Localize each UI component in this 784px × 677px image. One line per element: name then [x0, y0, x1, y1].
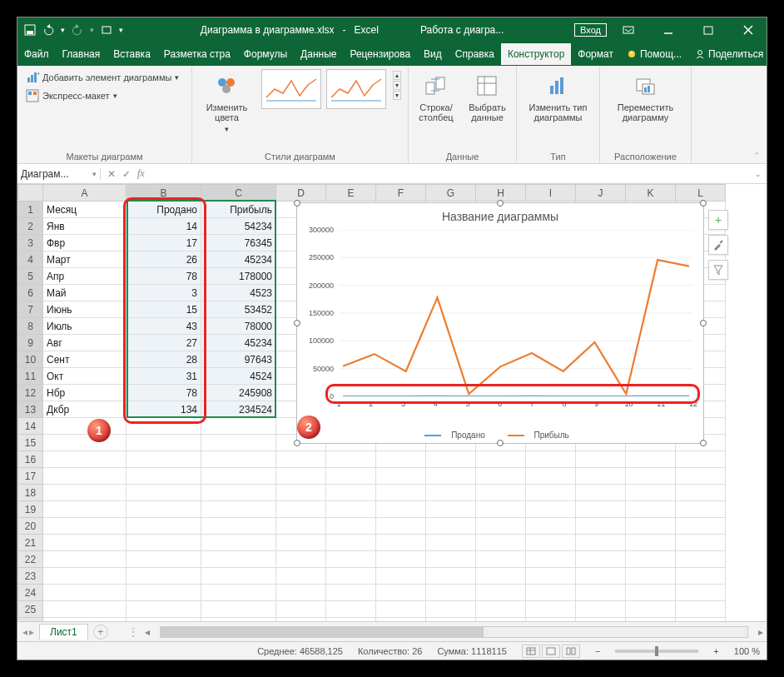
cell[interactable]: Апр	[43, 268, 127, 285]
cell[interactable]: Янв	[43, 218, 127, 235]
sheet-nav-first-icon[interactable]: ◂	[22, 626, 27, 638]
cell[interactable]	[476, 601, 526, 618]
col-header[interactable]: C	[201, 185, 276, 202]
cell[interactable]	[201, 468, 276, 485]
cell[interactable]: 45234	[201, 335, 276, 351]
cell[interactable]	[626, 618, 676, 622]
cell[interactable]	[201, 435, 276, 451]
chart-title[interactable]: Название диаграммы	[297, 203, 703, 226]
row-header[interactable]: 13	[18, 401, 43, 418]
cell[interactable]	[201, 601, 276, 618]
cell[interactable]	[43, 551, 127, 568]
fx-icon[interactable]: fx	[137, 167, 145, 180]
cell[interactable]	[276, 618, 326, 622]
cell[interactable]	[276, 468, 326, 485]
col-header[interactable]: I	[526, 185, 576, 202]
cell[interactable]	[676, 585, 726, 601]
cell[interactable]: Прибыль	[201, 202, 276, 218]
cell[interactable]	[326, 501, 376, 518]
cell[interactable]	[576, 568, 626, 585]
cell[interactable]	[127, 551, 201, 568]
row-header[interactable]: 15	[18, 435, 43, 451]
cell[interactable]	[326, 485, 376, 501]
cell[interactable]	[376, 535, 426, 551]
new-sheet-icon[interactable]: +	[93, 625, 108, 640]
cell[interactable]	[526, 568, 576, 585]
cell[interactable]	[43, 585, 127, 601]
row-header[interactable]: 10	[18, 351, 43, 368]
cell[interactable]	[476, 468, 526, 485]
cell[interactable]	[276, 535, 326, 551]
cell[interactable]: Фвр	[43, 235, 127, 251]
row-header[interactable]: 5	[18, 268, 43, 285]
cell[interactable]: Дкбр	[43, 401, 127, 418]
tab-home[interactable]: Главная	[56, 43, 107, 65]
row-header[interactable]: 11	[18, 368, 43, 385]
cell[interactable]	[201, 418, 276, 435]
cell[interactable]	[676, 568, 726, 585]
cell[interactable]	[676, 601, 726, 618]
sheet-tab[interactable]: Лист1	[39, 624, 88, 640]
chart-filter-icon[interactable]	[708, 260, 728, 280]
row-header[interactable]: 12	[18, 385, 43, 401]
quick-layout-button[interactable]: Экспресс-макет ▾	[22, 87, 121, 104]
redo-dropdown-icon[interactable]: ▾	[90, 26, 94, 34]
cell[interactable]	[476, 485, 526, 501]
cell[interactable]	[127, 601, 201, 618]
cell[interactable]	[201, 518, 276, 535]
cell[interactable]	[376, 618, 426, 622]
cell[interactable]	[376, 585, 426, 601]
cell[interactable]	[276, 451, 326, 468]
col-header[interactable]: D	[276, 185, 326, 202]
cancel-formula-icon[interactable]: ✕	[107, 168, 116, 180]
styles-prev-icon[interactable]: ▴	[393, 71, 401, 80]
row-header[interactable]: 8	[18, 318, 43, 335]
cell[interactable]	[43, 568, 127, 585]
cell[interactable]	[576, 485, 626, 501]
col-header[interactable]: E	[326, 185, 376, 202]
cell[interactable]	[43, 468, 127, 485]
row-header[interactable]: 22	[18, 551, 43, 568]
cell[interactable]	[676, 551, 726, 568]
cell[interactable]	[43, 501, 127, 518]
cell[interactable]: 234524	[201, 401, 276, 418]
cell[interactable]	[426, 485, 476, 501]
cell[interactable]	[276, 485, 326, 501]
cell[interactable]	[127, 501, 201, 518]
accept-formula-icon[interactable]: ✓	[122, 168, 131, 180]
cell[interactable]	[476, 501, 526, 518]
cell[interactable]	[476, 568, 526, 585]
cell[interactable]	[426, 618, 476, 622]
cell[interactable]	[426, 468, 476, 485]
cell[interactable]	[676, 501, 726, 518]
chart-brush-icon[interactable]	[708, 235, 728, 255]
row-header[interactable]: 1	[18, 202, 43, 218]
cell[interactable]: Продано	[127, 202, 201, 218]
cell[interactable]	[201, 618, 276, 622]
cell[interactable]	[326, 585, 376, 601]
cell[interactable]: 15	[127, 301, 201, 318]
cell[interactable]	[376, 601, 426, 618]
col-header[interactable]: A	[43, 185, 127, 202]
login-button[interactable]: Вход	[574, 23, 607, 37]
cell[interactable]: Месяц	[43, 202, 127, 218]
cell[interactable]: 14	[127, 218, 201, 235]
cell[interactable]: 78	[127, 385, 201, 401]
row-header[interactable]: 18	[18, 485, 43, 501]
col-header[interactable]: B	[127, 185, 201, 202]
col-header[interactable]: G	[426, 185, 476, 202]
cell[interactable]	[276, 518, 326, 535]
horizontal-scrollbar[interactable]	[160, 626, 748, 638]
zoom-slider[interactable]	[615, 650, 698, 653]
cell[interactable]: Авг	[43, 335, 127, 351]
cell[interactable]	[626, 501, 676, 518]
cell[interactable]	[576, 451, 626, 468]
cell[interactable]	[326, 601, 376, 618]
add-chart-element-button[interactable]: + Добавить элемент диаграммы ▾	[22, 69, 182, 86]
cell[interactable]	[376, 501, 426, 518]
cell[interactable]	[576, 535, 626, 551]
cell[interactable]	[476, 451, 526, 468]
zoom-out-icon[interactable]: −	[595, 646, 600, 656]
cell[interactable]	[526, 551, 576, 568]
touch-mode-icon[interactable]	[101, 24, 112, 36]
